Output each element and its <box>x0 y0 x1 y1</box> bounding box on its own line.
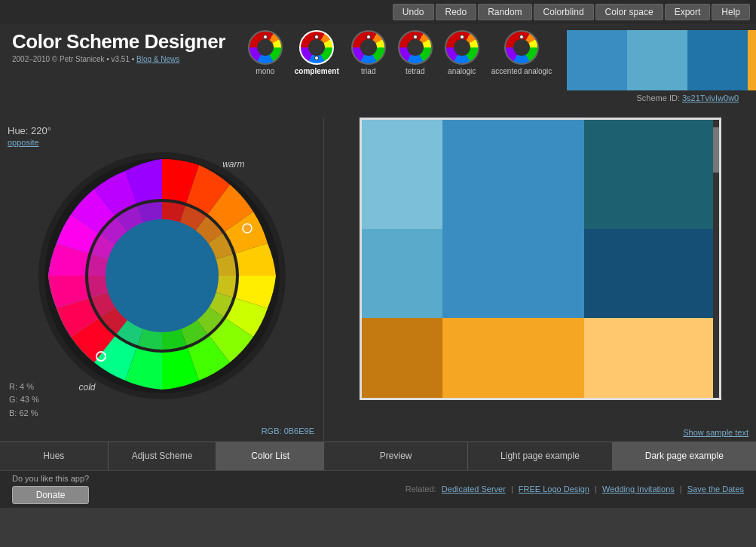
show-sample-text-link[interactable]: Show sample text <box>683 428 748 437</box>
bottom-bar: Hues Adjust Scheme Color List Preview Li… <box>0 442 756 470</box>
swatch-2[interactable] <box>627 30 687 90</box>
scheme-mono[interactable]: mono <box>248 30 283 75</box>
scheme-complement-wheel <box>299 30 334 65</box>
tab-color-list[interactable]: Color List <box>216 442 324 470</box>
scheme-analogic[interactable]: analogic <box>445 30 479 75</box>
warm-label: warm <box>222 159 244 170</box>
bottom-right-tabs: Preview Light page example Dark page exa… <box>324 442 756 470</box>
svg-point-2 <box>106 219 219 332</box>
scheme-tetrad-label: tetrad <box>406 67 425 75</box>
scheme-selector: mono complement triad <box>248 30 552 75</box>
color-wheel-container: warm <box>38 151 286 400</box>
scheme-accented-analogic[interactable]: accented analogic <box>491 30 552 75</box>
footer: Do you like this app? Donate Related: De… <box>0 470 756 508</box>
separator-1: | <box>511 484 516 494</box>
tab-preview[interactable]: Preview <box>324 442 468 470</box>
scheme-tetrad[interactable]: tetrad <box>398 30 433 75</box>
scheme-id-link[interactable]: 3s21TvivIw0w0 <box>682 93 739 102</box>
rgb-values: R: 4 % G: 43 % B: 62 % <box>9 380 39 420</box>
tab-adjust-scheme[interactable]: Adjust Scheme <box>109 442 217 470</box>
redo-button[interactable]: Redo <box>436 4 477 20</box>
cold-label: cold <box>79 382 96 393</box>
top-navigation: Undo Redo Random Colorblind Color space … <box>0 0 756 24</box>
donate-label: Do you like this app? <box>12 474 89 483</box>
rgb-label: RGB: <box>262 426 282 435</box>
export-button[interactable]: Export <box>665 4 711 20</box>
scheme-mono-label: mono <box>256 67 274 75</box>
scheme-accented-analogic-label: accented analogic <box>491 67 552 75</box>
preview-block-5 <box>442 229 584 318</box>
color-wheel-svg[interactable] <box>38 151 286 400</box>
tab-light-page[interactable]: Light page example <box>468 442 612 470</box>
related-links: Related: Dedicated Server | FREE Logo De… <box>402 484 744 494</box>
random-button[interactable]: Random <box>478 4 531 20</box>
scrollbar-track <box>713 120 719 400</box>
scheme-complement-label: complement <box>295 67 339 75</box>
swatch-area: Scheme ID: 3s21TvivIw0w0 <box>567 30 756 102</box>
preview-block-3 <box>362 318 442 398</box>
preview-block-7 <box>584 120 719 229</box>
app-title-block: Color Scheme Designer 2002–2010 © Petr S… <box>12 30 225 63</box>
help-button[interactable]: Help <box>712 4 750 20</box>
r-value: R: 4 % <box>9 380 39 394</box>
rgb-hex: 0B6E9E <box>284 426 314 435</box>
app-title: Color Scheme Designer <box>12 30 225 53</box>
scheme-mono-wheel <box>248 30 283 65</box>
colorspace-button[interactable]: Color space <box>595 4 663 20</box>
scheme-accented-analogic-wheel <box>504 30 539 65</box>
bottom-left-tabs: Hues Adjust Scheme Color List <box>0 442 324 470</box>
preview-layout <box>360 118 721 400</box>
preview-block-8 <box>584 229 719 318</box>
swatch-3[interactable] <box>687 30 748 90</box>
preview-area: Show sample text <box>324 118 756 442</box>
preview-block-2 <box>362 229 442 318</box>
donate-button[interactable]: Donate <box>12 486 89 504</box>
preview-block-9 <box>584 318 719 398</box>
related-label: Related: <box>406 484 436 494</box>
preview-block-1 <box>362 120 442 229</box>
swatches <box>567 30 756 90</box>
rgb-info: RGB: 0B6E9E <box>262 426 314 435</box>
scheme-complement[interactable]: complement <box>295 30 339 75</box>
dedicated-server-link[interactable]: Dedicated Server <box>442 484 506 494</box>
scheme-id: Scheme ID: 3s21TvivIw0w0 <box>567 93 756 102</box>
undo-button[interactable]: Undo <box>393 4 434 20</box>
app-subtitle: 2002–2010 © Petr Stanicek • v3.51 • Blog… <box>12 55 225 63</box>
preview-block-4 <box>442 120 584 229</box>
preview-block-6 <box>442 318 584 398</box>
swatch-1[interactable] <box>567 30 627 90</box>
scrollbar-thumb[interactable] <box>713 127 719 173</box>
svg-point-3 <box>243 224 252 233</box>
scheme-analogic-wheel <box>445 30 479 65</box>
scheme-tetrad-wheel <box>398 30 433 65</box>
b-value: B: 62 % <box>9 407 39 420</box>
wedding-invitations-link[interactable]: Wedding Invitations <box>602 484 675 494</box>
tab-dark-page[interactable]: Dark page example <box>613 442 756 470</box>
colorblind-button[interactable]: Colorblind <box>534 4 594 20</box>
separator-3: | <box>680 484 684 494</box>
save-dates-link[interactable]: Save the Dates <box>687 484 744 494</box>
hue-label: Hue: 220° <box>8 125 316 136</box>
g-value: G: 43 % <box>9 393 39 407</box>
right-panel: Show sample text <box>324 118 756 442</box>
main-content: Hue: 220° opposite warm <box>0 118 756 442</box>
opposite-link[interactable]: opposite <box>8 138 316 147</box>
donate-area: Do you like this app? Donate <box>12 474 89 504</box>
scheme-triad-label: triad <box>361 67 375 75</box>
scheme-analogic-label: analogic <box>448 67 476 75</box>
scheme-triad[interactable]: triad <box>351 30 386 75</box>
free-logo-link[interactable]: FREE Logo Design <box>519 484 589 494</box>
scheme-triad-wheel <box>351 30 386 65</box>
blog-news-link[interactable]: Blog & News <box>136 55 179 63</box>
swatch-4[interactable] <box>748 30 756 90</box>
left-panel: Hue: 220° opposite warm <box>0 118 324 442</box>
separator-2: | <box>595 484 599 494</box>
tab-hues[interactable]: Hues <box>0 442 109 470</box>
header: Color Scheme Designer 2002–2010 © Petr S… <box>0 24 756 118</box>
scheme-wheels: mono complement triad <box>248 30 552 75</box>
